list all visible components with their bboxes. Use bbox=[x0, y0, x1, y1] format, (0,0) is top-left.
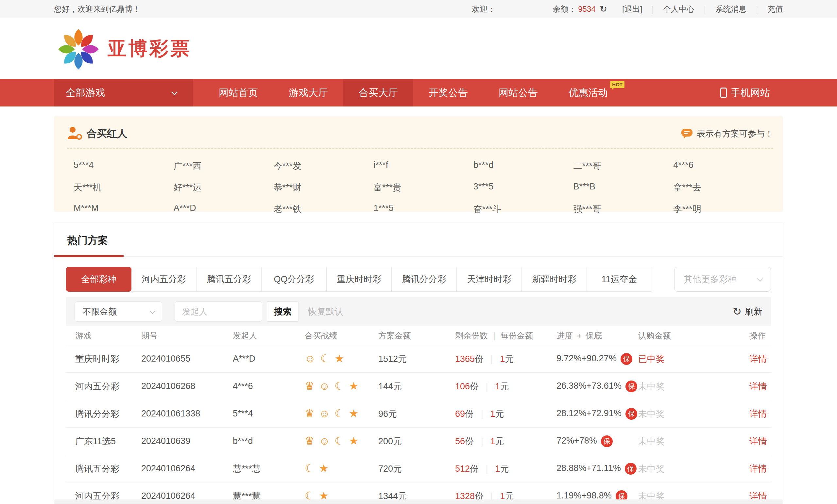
hot-user[interactable]: 富***贵 bbox=[373, 182, 474, 193]
plan-tab[interactable]: 天津时时彩 bbox=[457, 267, 522, 292]
hot-user[interactable]: b***d bbox=[474, 160, 573, 172]
table-row: 河内五分彩202401062684***6♛☺☾★144元106份｜1元26.3… bbox=[66, 373, 771, 400]
site-logo[interactable]: 亚博彩票 bbox=[54, 23, 191, 74]
nav-item[interactable]: 游戏大厅 bbox=[273, 79, 343, 107]
hot-user[interactable]: M***M bbox=[74, 203, 174, 215]
plan-tab[interactable]: 全部彩种 bbox=[66, 267, 131, 292]
hot-users-note: 表示有方案可参与！ bbox=[681, 128, 773, 139]
separator: ｜ bbox=[483, 464, 491, 473]
amount-cell: 96元 bbox=[378, 408, 455, 420]
status-label: 未中奖 bbox=[638, 409, 665, 419]
recharge-link[interactable]: 充值 bbox=[767, 4, 783, 14]
star-icon: ★ bbox=[349, 407, 359, 419]
hot-user[interactable]: 李***明 bbox=[673, 203, 773, 215]
nav-item[interactable]: 优惠活动HOT bbox=[553, 79, 623, 107]
hot-user[interactable]: A***D bbox=[174, 203, 274, 215]
col-shares: 剩余份数 ｜ 每份金额 bbox=[455, 330, 556, 341]
status-cell: 未中奖 bbox=[638, 463, 749, 474]
plan-tab[interactable]: 腾讯五分彩 bbox=[196, 267, 262, 292]
hot-user[interactable]: 1***5 bbox=[373, 203, 474, 215]
all-games-label: 全部游戏 bbox=[66, 86, 105, 100]
plan-tab[interactable]: 腾讯分分彩 bbox=[391, 267, 457, 292]
main-nav: 全部游戏 网站首页游戏大厅合买大厅开奖公告网站公告优惠活动HOT 手机网站 bbox=[0, 79, 837, 107]
balance-refresh-icon[interactable]: ↻ bbox=[600, 4, 607, 14]
table-header: 游戏 期号 发起人 合买战绩 方案金额 剩余份数 ｜ 每份金额 进度 ＋ 保底 … bbox=[66, 326, 771, 345]
hot-user[interactable]: 恭***财 bbox=[273, 182, 373, 193]
nav-item[interactable]: 合买大厅 bbox=[343, 79, 413, 107]
separator: ｜ bbox=[649, 4, 657, 14]
detail-link[interactable]: 详情 bbox=[749, 436, 767, 446]
progress-value: 1.19%+98.8% bbox=[556, 491, 612, 500]
hot-user[interactable]: 今***发 bbox=[273, 160, 373, 172]
per-share-unit: 元 bbox=[495, 436, 504, 446]
detail-link[interactable]: 详情 bbox=[749, 464, 767, 473]
hot-user[interactable]: 拿***去 bbox=[673, 182, 773, 193]
nav-item[interactable]: 网站首页 bbox=[203, 79, 273, 107]
plan-tab[interactable]: QQ分分彩 bbox=[261, 267, 327, 292]
search-button[interactable]: 搜索 bbox=[267, 301, 299, 322]
hot-user[interactable]: 奋***斗 bbox=[474, 203, 573, 215]
hot-badge: HOT bbox=[610, 81, 624, 88]
all-games-dropdown[interactable]: 全部游戏 bbox=[54, 79, 193, 107]
plan-tab[interactable]: 河内五分彩 bbox=[131, 267, 196, 292]
detail-link[interactable]: 详情 bbox=[749, 409, 767, 419]
hot-user[interactable]: i***f bbox=[373, 160, 474, 172]
system-messages-link[interactable]: 系统消息 bbox=[715, 4, 746, 14]
shares-unit: 份 bbox=[470, 381, 479, 391]
amount-cell: 1512元 bbox=[378, 353, 455, 365]
nav-item-mobile[interactable]: 手机网站 bbox=[707, 79, 783, 107]
action-cell: 详情 bbox=[749, 380, 771, 392]
initiator-cell: A***D bbox=[233, 354, 305, 364]
progress-cell: 9.72%+90.27%保 bbox=[556, 353, 638, 365]
plan-tab[interactable]: 新疆时时彩 bbox=[521, 267, 587, 292]
hot-user[interactable]: 广***西 bbox=[174, 160, 274, 172]
amount-filter-label: 不限金额 bbox=[83, 306, 117, 317]
nav-item[interactable]: 开奖公告 bbox=[413, 79, 483, 107]
nav-items: 网站首页游戏大厅合买大厅开奖公告网站公告优惠活动HOT bbox=[203, 79, 623, 107]
hot-user[interactable]: B***B bbox=[573, 182, 674, 193]
moon-icon: ☾ bbox=[335, 407, 344, 419]
initiator-search-input[interactable] bbox=[175, 301, 262, 322]
table-row: 广东11选52024010639b***d♛☺☾★200元56份｜1元72%+7… bbox=[66, 428, 771, 455]
hot-user[interactable]: 天***机 bbox=[74, 182, 174, 193]
logout-link[interactable]: [退出] bbox=[622, 4, 642, 14]
hot-user[interactable]: 强***哥 bbox=[573, 203, 674, 215]
shares-unit: 份 bbox=[475, 354, 484, 364]
hot-user[interactable]: 好***运 bbox=[174, 182, 274, 193]
action-cell: 详情 bbox=[749, 353, 771, 365]
hot-user[interactable]: 3***5 bbox=[474, 182, 573, 193]
amount-cell: 720元 bbox=[378, 463, 455, 474]
welcome-label: 欢迎： bbox=[472, 4, 495, 14]
reset-defaults-link[interactable]: 恢复默认 bbox=[308, 306, 343, 317]
smiley-icon: ☺ bbox=[319, 435, 330, 447]
record-badges-cell: ☺☾★ bbox=[305, 353, 378, 365]
issue-cell: 202401061338 bbox=[141, 409, 233, 419]
detail-link[interactable]: 详情 bbox=[749, 381, 767, 391]
detail-link[interactable]: 详情 bbox=[749, 354, 767, 364]
nav-item[interactable]: 网站公告 bbox=[483, 79, 553, 107]
balance: 余额： 9534 ↻ bbox=[553, 4, 607, 14]
plan-tab[interactable]: 重庆时时彩 bbox=[326, 267, 392, 292]
plan-tab[interactable]: 11运夺金 bbox=[587, 267, 652, 292]
status-cell: 未中奖 bbox=[638, 380, 749, 392]
record-badges-cell: ♛☺☾★ bbox=[305, 380, 378, 392]
issue-cell: 20240106268 bbox=[141, 381, 233, 391]
smiley-icon: ☺ bbox=[305, 352, 316, 365]
hot-user[interactable]: 4***6 bbox=[673, 160, 773, 172]
hot-user[interactable]: 5***4 bbox=[74, 160, 174, 172]
user-center-link[interactable]: 个人中心 bbox=[663, 4, 694, 14]
progress-value: 9.72%+90.27% bbox=[556, 353, 617, 363]
hot-user[interactable]: 二***哥 bbox=[573, 160, 674, 172]
col-record: 合买战绩 bbox=[305, 330, 378, 341]
topbar: 您好，欢迎来到亿鼎博！ 欢迎： 余额： 9534 ↻ [退出] ｜ 个人中心 ｜… bbox=[0, 0, 837, 18]
issue-cell: 2024010639 bbox=[141, 436, 233, 446]
more-lotteries-select[interactable]: 其他更多彩种 bbox=[674, 267, 771, 292]
amount-cell: 144元 bbox=[378, 380, 455, 392]
col-initiator: 发起人 bbox=[233, 330, 305, 341]
amount-filter-select[interactable]: 不限金额 bbox=[74, 301, 162, 322]
refresh-button[interactable]: ↻ 刷新 bbox=[733, 306, 763, 317]
nav-item-label: 网站首页 bbox=[219, 86, 258, 100]
chevron-down-icon bbox=[757, 276, 763, 282]
hot-user[interactable]: 老***铁 bbox=[273, 203, 373, 215]
site-header: 亚博彩票 bbox=[0, 18, 837, 79]
